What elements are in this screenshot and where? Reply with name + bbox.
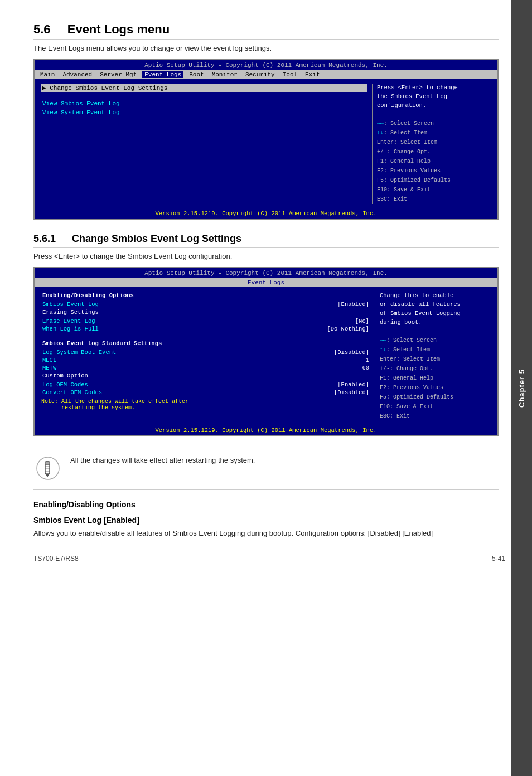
content-section-heading-2: Smbios Event Log [Enabled] [33,516,499,525]
bios-row-meci[interactable]: MECI 1 [41,356,370,364]
pencil-icon [36,456,60,481]
subsection-number: 5.6.1 [33,233,56,244]
bios-row-metw[interactable]: METW 60 [41,364,370,372]
bios-menu-eventlogs[interactable]: Event Logs [142,71,183,78]
bios-menu-tool[interactable]: Tool [280,71,299,78]
bios-row-convert-oem[interactable]: Convert OEM Codes [Disabled] [41,389,370,396]
bios-screen-2: Aptio Setup Utility - Copyright (C) 2011… [33,267,499,437]
bios-body-2: Enabling/Disabling Options Smbios Event … [35,287,497,425]
subsection-title: Change Smbios Event Log Settings [72,233,241,244]
content-section-heading-1: Enabling/Disabling Options [33,500,499,509]
bios-menu-boot[interactable]: Boot [187,71,206,78]
bios-note: Note: All the changes will take effect a… [41,399,370,411]
bios-key-help-1: →←: Select Screen ↑↓: Select Item Enter:… [377,119,491,204]
bios-left-2: Enabling/Disabling Options Smbios Event … [37,289,375,423]
bios-item-view-smbios[interactable]: View Smbios Event Log [41,100,367,108]
bios-key-help-2: →←: Select Screen ↑↓: Select Item Enter:… [380,336,491,421]
corner-bl [6,759,17,770]
bios-row-smbios-event[interactable]: Smbios Event Log [Enabled] [41,300,370,308]
bios-body-1: ▶ Change Smbios Event Log Settings View … [35,79,497,208]
intro-text: The Event Logs menu allows you to change… [33,44,499,52]
section-number: 5.6 [33,22,51,36]
bios-menu-advanced[interactable]: Advanced [60,71,94,78]
bios-footer-2: Version 2.15.1219. Copyright (C) 2011 Am… [35,425,497,435]
section-heading: 5.6 Event Logs menu [33,22,499,40]
bios-screen-1: Aptio Setup Utility - Copyright (C) 2011… [33,59,499,220]
note-text: All the changes will take effect after r… [70,454,255,464]
svg-rect-3 [45,462,50,464]
bios-left-1: ▶ Change Smbios Event Log Settings View … [37,81,372,206]
footer-left: TS700-E7/RS8 [33,555,79,562]
bios-right-1: Press <Enter> to changethe Smbios Event … [373,81,495,206]
note-icon [33,454,62,483]
bios-section-standard: Smbios Event Log Standard Settings [41,340,370,347]
content-section-text-2: Allows you to enable/disable all feature… [33,528,499,539]
footer-right: 5-41 [492,555,505,562]
bios-menu-exit[interactable]: Exit [303,71,322,78]
bios-title-bar-1: Aptio Setup Utility - Copyright (C) 2011… [35,60,497,70]
subsection-intro: Press <Enter> to change the Smbios Event… [33,252,499,260]
bios-row-log-oem[interactable]: Log OEM Codes [Enabled] [41,381,370,389]
bios-help-text-2: Change this to enableor disable all feat… [380,292,491,327]
bios-item-change-smbios[interactable]: ▶ Change Smbios Event Log Settings [41,84,367,92]
bios-menu-monitor[interactable]: Monitor [210,71,240,78]
page-footer: TS700-E7/RS8 5-41 [33,551,505,562]
bios-title-bar-2: Aptio Setup Utility - Copyright (C) 2011… [35,268,497,278]
note-box: All the changes will take effect after r… [33,447,499,490]
bios-menubar-1: Main Advanced Server Mgt Event Logs Boot… [35,70,497,79]
bios-menu-server[interactable]: Server Mgt [98,71,139,78]
bios-row-boot-event[interactable]: Log System Boot Event [Disabled] [41,348,370,356]
bios-footer-1: Version 2.15.1219. Copyright (C) 2011 Am… [35,208,497,219]
bios-menu-main[interactable]: Main [38,71,57,78]
bios-section-bar: Event Logs [35,278,497,287]
bios-item-view-system[interactable]: View System Event Log [41,109,367,117]
bios-custom-option: Custom Option [41,372,370,380]
bios-help-text-1: Press <Enter> to changethe Smbios Event … [377,84,491,110]
section-title: Event Logs menu [67,22,170,36]
bios-right-2: Change this to enableor disable all feat… [375,289,495,423]
bios-section-enabling: Enabling/Disabling Options [41,292,370,299]
bios-row-erase-event[interactable]: Erase Event Log [No] [41,317,370,325]
svg-marker-2 [45,474,50,477]
bios-row-when-full[interactable]: When Log is Full [Do Nothing] [41,325,370,333]
bios-menu-security[interactable]: Security [243,71,277,78]
bios-erasing-settings: Erasing Settings [41,308,370,316]
subsection-heading: 5.6.1 Change Smbios Event Log Settings [33,233,499,248]
